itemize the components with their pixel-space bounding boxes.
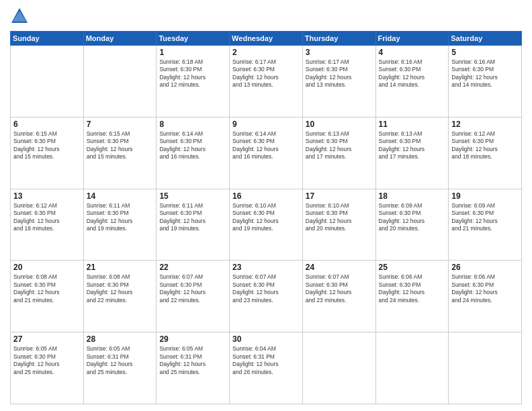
weekday-header-tuesday: Tuesday xyxy=(157,32,230,46)
day-cell: 5Sunrise: 6:16 AM Sunset: 6:30 PM Daylig… xyxy=(449,46,522,118)
day-number: 10 xyxy=(306,120,373,129)
day-info: Sunrise: 6:07 AM Sunset: 6:30 PM Dayligh… xyxy=(306,273,373,304)
day-number: 13 xyxy=(13,191,81,201)
weekday-header-wednesday: Wednesday xyxy=(230,32,303,46)
day-cell: 13Sunrise: 6:12 AM Sunset: 6:30 PM Dayli… xyxy=(11,189,84,261)
day-cell: 21Sunrise: 6:08 AM Sunset: 6:30 PM Dayli… xyxy=(83,261,157,332)
day-number: 9 xyxy=(232,120,300,129)
day-info: Sunrise: 6:08 AM Sunset: 6:30 PM Dayligh… xyxy=(13,273,81,304)
day-number: 2 xyxy=(232,48,300,57)
day-number: 5 xyxy=(451,48,519,57)
day-cell: 18Sunrise: 6:09 AM Sunset: 6:30 PM Dayli… xyxy=(375,189,449,261)
day-info: Sunrise: 6:18 AM Sunset: 6:30 PM Dayligh… xyxy=(159,58,226,89)
day-cell: 11Sunrise: 6:13 AM Sunset: 6:30 PM Dayli… xyxy=(375,117,449,189)
weekday-header-monday: Monday xyxy=(83,32,157,46)
week-row-5: 27Sunrise: 6:05 AM Sunset: 6:30 PM Dayli… xyxy=(11,332,522,404)
day-cell: 17Sunrise: 6:10 AM Sunset: 6:30 PM Dayli… xyxy=(302,189,375,261)
day-info: Sunrise: 6:11 AM Sunset: 6:30 PM Dayligh… xyxy=(87,202,154,233)
day-info: Sunrise: 6:05 AM Sunset: 6:31 PM Dayligh… xyxy=(159,345,226,376)
day-info: Sunrise: 6:15 AM Sunset: 6:30 PM Dayligh… xyxy=(13,130,81,161)
day-info: Sunrise: 6:12 AM Sunset: 6:30 PM Dayligh… xyxy=(13,202,81,233)
day-cell: 25Sunrise: 6:06 AM Sunset: 6:30 PM Dayli… xyxy=(375,261,449,332)
day-cell xyxy=(11,46,84,118)
day-info: Sunrise: 6:13 AM Sunset: 6:30 PM Dayligh… xyxy=(306,130,373,161)
day-info: Sunrise: 6:06 AM Sunset: 6:30 PM Dayligh… xyxy=(379,273,446,304)
day-cell: 6Sunrise: 6:15 AM Sunset: 6:30 PM Daylig… xyxy=(11,117,84,189)
day-cell: 30Sunrise: 6:04 AM Sunset: 6:31 PM Dayli… xyxy=(230,332,303,404)
day-number: 1 xyxy=(159,48,226,57)
day-number: 19 xyxy=(451,191,519,201)
day-number: 21 xyxy=(87,263,154,272)
day-number: 22 xyxy=(159,263,226,272)
day-cell: 7Sunrise: 6:15 AM Sunset: 6:30 PM Daylig… xyxy=(83,117,157,189)
day-info: Sunrise: 6:08 AM Sunset: 6:30 PM Dayligh… xyxy=(87,273,154,304)
day-number: 28 xyxy=(87,334,154,344)
day-info: Sunrise: 6:17 AM Sunset: 6:30 PM Dayligh… xyxy=(232,58,300,89)
weekday-header-friday: Friday xyxy=(375,32,449,46)
day-cell: 22Sunrise: 6:07 AM Sunset: 6:30 PM Dayli… xyxy=(157,261,230,332)
day-info: Sunrise: 6:07 AM Sunset: 6:30 PM Dayligh… xyxy=(159,273,226,304)
day-info: Sunrise: 6:13 AM Sunset: 6:30 PM Dayligh… xyxy=(379,130,446,161)
day-number: 17 xyxy=(306,191,373,201)
day-number: 8 xyxy=(159,120,226,129)
day-cell: 23Sunrise: 6:07 AM Sunset: 6:30 PM Dayli… xyxy=(230,261,303,332)
day-info: Sunrise: 6:10 AM Sunset: 6:30 PM Dayligh… xyxy=(306,202,373,233)
day-number: 3 xyxy=(306,48,373,57)
weekday-header-saturday: Saturday xyxy=(449,32,522,46)
day-cell xyxy=(375,332,449,404)
day-info: Sunrise: 6:14 AM Sunset: 6:30 PM Dayligh… xyxy=(159,130,226,161)
day-cell: 4Sunrise: 6:16 AM Sunset: 6:30 PM Daylig… xyxy=(375,46,449,118)
day-info: Sunrise: 6:05 AM Sunset: 6:31 PM Dayligh… xyxy=(87,345,154,376)
day-number: 14 xyxy=(87,191,154,201)
weekday-header-sunday: Sunday xyxy=(11,32,84,46)
day-info: Sunrise: 6:06 AM Sunset: 6:30 PM Dayligh… xyxy=(451,273,519,304)
day-info: Sunrise: 6:09 AM Sunset: 6:30 PM Dayligh… xyxy=(379,202,446,233)
day-cell: 20Sunrise: 6:08 AM Sunset: 6:30 PM Dayli… xyxy=(11,261,84,332)
weekday-header-row: SundayMondayTuesdayWednesdayThursdayFrid… xyxy=(11,32,522,46)
day-info: Sunrise: 6:12 AM Sunset: 6:30 PM Dayligh… xyxy=(451,130,519,161)
day-number: 4 xyxy=(379,48,446,57)
day-info: Sunrise: 6:14 AM Sunset: 6:30 PM Dayligh… xyxy=(232,130,300,161)
day-cell: 9Sunrise: 6:14 AM Sunset: 6:30 PM Daylig… xyxy=(230,117,303,189)
day-cell: 3Sunrise: 6:17 AM Sunset: 6:30 PM Daylig… xyxy=(302,46,375,118)
day-cell: 15Sunrise: 6:11 AM Sunset: 6:30 PM Dayli… xyxy=(157,189,230,261)
day-cell: 16Sunrise: 6:10 AM Sunset: 6:30 PM Dayli… xyxy=(230,189,303,261)
day-cell: 24Sunrise: 6:07 AM Sunset: 6:30 PM Dayli… xyxy=(302,261,375,332)
day-number: 11 xyxy=(379,120,446,129)
day-info: Sunrise: 6:15 AM Sunset: 6:30 PM Dayligh… xyxy=(87,130,154,161)
day-number: 20 xyxy=(13,263,81,272)
weekday-header-thursday: Thursday xyxy=(302,32,375,46)
svg-marker-1 xyxy=(13,11,26,21)
week-row-2: 6Sunrise: 6:15 AM Sunset: 6:30 PM Daylig… xyxy=(11,117,522,189)
day-number: 26 xyxy=(451,263,519,272)
header xyxy=(10,7,522,26)
day-cell: 27Sunrise: 6:05 AM Sunset: 6:30 PM Dayli… xyxy=(11,332,84,404)
logo xyxy=(10,7,32,26)
logo-icon xyxy=(10,7,29,26)
day-cell: 19Sunrise: 6:09 AM Sunset: 6:30 PM Dayli… xyxy=(449,189,522,261)
day-info: Sunrise: 6:16 AM Sunset: 6:30 PM Dayligh… xyxy=(451,58,519,89)
day-info: Sunrise: 6:07 AM Sunset: 6:30 PM Dayligh… xyxy=(232,273,300,304)
day-cell: 10Sunrise: 6:13 AM Sunset: 6:30 PM Dayli… xyxy=(302,117,375,189)
day-cell: 2Sunrise: 6:17 AM Sunset: 6:30 PM Daylig… xyxy=(230,46,303,118)
day-info: Sunrise: 6:10 AM Sunset: 6:30 PM Dayligh… xyxy=(232,202,300,233)
day-info: Sunrise: 6:11 AM Sunset: 6:30 PM Dayligh… xyxy=(159,202,226,233)
calendar: SundayMondayTuesdayWednesdayThursdayFrid… xyxy=(10,31,522,404)
day-number: 16 xyxy=(232,191,300,201)
day-number: 15 xyxy=(159,191,226,201)
day-cell: 14Sunrise: 6:11 AM Sunset: 6:30 PM Dayli… xyxy=(83,189,157,261)
day-cell: 12Sunrise: 6:12 AM Sunset: 6:30 PM Dayli… xyxy=(449,117,522,189)
day-number: 12 xyxy=(451,120,519,129)
day-number: 23 xyxy=(232,263,300,272)
day-cell xyxy=(83,46,157,118)
page: SundayMondayTuesdayWednesdayThursdayFrid… xyxy=(0,0,532,411)
day-number: 27 xyxy=(13,334,81,344)
day-cell xyxy=(449,332,522,404)
day-info: Sunrise: 6:09 AM Sunset: 6:30 PM Dayligh… xyxy=(451,202,519,233)
day-cell: 29Sunrise: 6:05 AM Sunset: 6:31 PM Dayli… xyxy=(157,332,230,404)
day-cell: 1Sunrise: 6:18 AM Sunset: 6:30 PM Daylig… xyxy=(157,46,230,118)
day-number: 29 xyxy=(159,334,226,344)
day-number: 18 xyxy=(379,191,446,201)
day-cell: 28Sunrise: 6:05 AM Sunset: 6:31 PM Dayli… xyxy=(83,332,157,404)
day-cell xyxy=(302,332,375,404)
